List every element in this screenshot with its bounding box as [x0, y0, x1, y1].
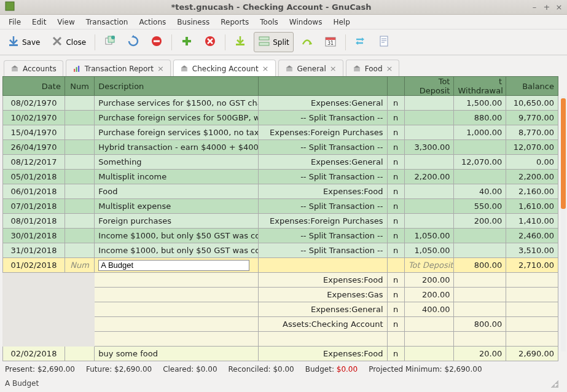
cell-acct[interactable]: Expenses:General	[258, 96, 387, 111]
cell-acct[interactable]: Expenses:General	[258, 155, 387, 170]
cell-reconcile[interactable]: n	[387, 155, 404, 170]
cell-reconcile[interactable]: n	[387, 273, 404, 288]
cell-deposit[interactable]: 400.00	[404, 302, 454, 317]
cell-balance[interactable]: 2,200.00	[506, 170, 558, 184]
cell-num[interactable]	[65, 155, 94, 170]
cell-deposit[interactable]	[404, 317, 454, 332]
cell-deposit[interactable]	[404, 199, 454, 214]
cell-withdrawal[interactable]	[454, 229, 506, 243]
cell-reconcile[interactable]: n	[387, 184, 404, 199]
description-input[interactable]	[98, 260, 249, 271]
menu-actions[interactable]: Actions	[134, 17, 171, 28]
duplicate-button[interactable]	[100, 33, 120, 52]
tab-close-icon[interactable]: ×	[330, 64, 337, 73]
cell-withdrawal[interactable]: 800.00	[454, 317, 506, 332]
cell-num[interactable]	[65, 347, 94, 361]
cell-desc[interactable]: Foreign purchases	[95, 214, 258, 229]
cell-num[interactable]	[65, 111, 94, 125]
enter-button[interactable]	[230, 33, 250, 52]
cell-withdrawal[interactable]: 20.00	[454, 347, 506, 361]
cell-withdrawal[interactable]: 1,000.00	[454, 125, 506, 140]
register-table[interactable]: Date Num Description Tot Deposit t Withd…	[2, 76, 558, 361]
cell-balance[interactable]: 2,690.00	[506, 347, 558, 361]
table-row[interactable]: 31/01/2018Income $1000, but only $50 GST…	[3, 243, 558, 258]
cell-num[interactable]	[65, 317, 94, 332]
cell-reconcile[interactable]: n	[387, 288, 404, 302]
cell-deposit[interactable]	[404, 125, 454, 140]
cell-blank[interactable]	[387, 332, 404, 347]
cell-balance[interactable]	[506, 302, 558, 317]
refresh-button[interactable]	[123, 33, 143, 52]
cell-desc[interactable]	[95, 302, 258, 317]
cell-num[interactable]	[65, 229, 94, 243]
cell-deposit[interactable]: 3,300.00	[404, 140, 454, 155]
jump-button[interactable]	[297, 33, 317, 52]
vertical-scrollbar[interactable]	[561, 96, 566, 351]
cell-reconcile[interactable]: n	[387, 170, 404, 184]
tab-close-icon[interactable]: ×	[386, 64, 393, 73]
split-row[interactable]: Expenses:Foodn200.00	[3, 273, 558, 288]
cell-withdrawal[interactable]: 1,500.00	[454, 96, 506, 111]
cell-balance[interactable]: 9,770.00	[506, 111, 558, 125]
cell-date[interactable]: 08/01/2018	[3, 214, 65, 229]
col-desc[interactable]: Description	[95, 77, 258, 96]
cell-balance[interactable]: 1,610.00	[506, 199, 558, 214]
cell-withdrawal[interactable]: 550.00	[454, 199, 506, 214]
close-button[interactable]: Close	[47, 33, 90, 52]
tab-checking-account[interactable]: Checking Account ×	[173, 60, 276, 77]
tab-general[interactable]: General ×	[278, 60, 343, 77]
cell-date[interactable]: 30/01/2018	[3, 229, 65, 243]
split-button[interactable]: Split	[254, 32, 294, 52]
cell-acct[interactable]: Expenses:Food	[258, 347, 387, 361]
col-acct[interactable]	[258, 77, 387, 96]
cell-num[interactable]	[65, 273, 94, 288]
cell-desc[interactable]: Purchase foreign services for 500GBP, wi…	[95, 111, 258, 125]
close-window-button[interactable]: ×	[555, 3, 563, 12]
cell-num[interactable]	[65, 199, 94, 214]
cell-withdrawal[interactable]: 200.00	[454, 214, 506, 229]
cell-acct[interactable]: -- Split Transaction --	[258, 111, 387, 125]
cell-withdrawal[interactable]	[454, 170, 506, 184]
cell-desc[interactable]: buy some food	[95, 347, 258, 361]
scrollbar-thumb[interactable]	[561, 98, 566, 209]
cell-withdrawal[interactable]: 880.00	[454, 111, 506, 125]
cell-desc[interactable]	[95, 317, 258, 332]
tab-food[interactable]: Food ×	[346, 60, 400, 77]
cell-num[interactable]	[65, 214, 94, 229]
cell-date[interactable]: 08/12/2017	[3, 155, 65, 170]
cell-num[interactable]	[65, 140, 94, 155]
cell-reconcile[interactable]: n	[387, 347, 404, 361]
cell-acct[interactable]: Expenses:Gas	[258, 288, 387, 302]
cell-blank[interactable]	[454, 332, 506, 347]
table-row[interactable]: 08/02/1970Purchase services for $1500, n…	[3, 96, 558, 111]
cell-desc[interactable]: Multisplit expense	[95, 199, 258, 214]
cell-balance[interactable]: 12,070.00	[506, 140, 558, 155]
cell-reconcile[interactable]: n	[387, 214, 404, 229]
cell-withdrawal[interactable]: 40.00	[454, 184, 506, 199]
cell-blank[interactable]	[3, 332, 65, 347]
cell-balance[interactable]	[506, 288, 558, 302]
cell-balance[interactable]: 2,460.00	[506, 229, 558, 243]
cell-date[interactable]	[3, 273, 65, 288]
cell-reconcile[interactable]: n	[387, 140, 404, 155]
cell-date[interactable]: 10/02/1970	[3, 111, 65, 125]
col-dep[interactable]: Tot Deposit	[404, 77, 454, 96]
table-row[interactable]: 08/01/2018Foreign purchasesExpenses:Fore…	[3, 214, 558, 229]
cell-deposit[interactable]	[404, 155, 454, 170]
cell-withdrawal[interactable]	[454, 140, 506, 155]
cell-acct[interactable]: -- Split Transaction --	[258, 170, 387, 184]
cell-num[interactable]	[65, 243, 94, 258]
split-row[interactable]: Assets:Checking Accountn800.00	[3, 317, 558, 332]
menu-windows[interactable]: Windows	[284, 17, 327, 28]
delete-button[interactable]	[200, 33, 220, 52]
cell-desc[interactable]: Income $1000, but only $50 GST was colle…	[95, 243, 258, 258]
col-wd[interactable]: t Withdrawal	[454, 77, 506, 96]
cell-reconcile[interactable]: n	[387, 243, 404, 258]
cell-date[interactable]: 26/04/1970	[3, 140, 65, 155]
cell-date[interactable]: 08/02/1970	[3, 96, 65, 111]
cell-balance[interactable]: 10,650.00	[506, 96, 558, 111]
cell-withdrawal[interactable]	[454, 302, 506, 317]
cell-acct[interactable]: Assets:Checking Account	[258, 317, 387, 332]
table-row[interactable]: 07/01/2018Multisplit expense-- Split Tra…	[3, 199, 558, 214]
cell-num[interactable]: Num	[65, 258, 94, 273]
